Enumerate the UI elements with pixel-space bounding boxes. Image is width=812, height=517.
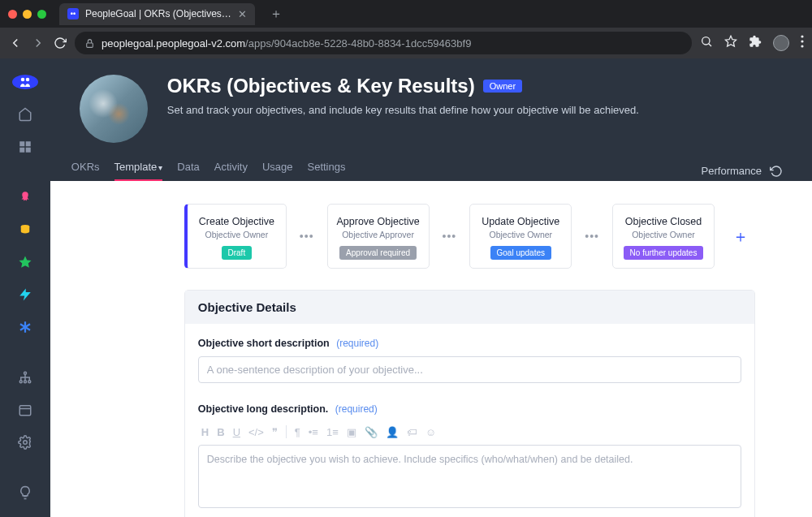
reload-button[interactable] (54, 37, 67, 50)
forward-button[interactable] (31, 36, 45, 50)
calendar-icon[interactable] (17, 403, 33, 417)
rich-text-toolbar: H B U </> ❞ ¶ •≡ 1≡ ▣ 📎 👤 🏷 (198, 424, 741, 440)
org-chart-icon[interactable] (17, 370, 33, 385)
window-controls[interactable] (8, 10, 46, 19)
kebab-menu-icon[interactable] (801, 35, 804, 51)
panel-title: Objective Details (185, 291, 754, 324)
stage-title: Objective Closed (618, 216, 709, 227)
back-button[interactable] (8, 36, 23, 50)
lightbulb-icon[interactable] (17, 485, 33, 500)
dashboard-icon[interactable] (17, 140, 33, 154)
app-header: OKRs (Objectives & Key Results) Owner Se… (50, 58, 812, 143)
stage-chip: Goal updates (490, 246, 552, 260)
coins-icon[interactable] (17, 222, 33, 237)
svg-point-25 (24, 441, 28, 445)
svg-point-4 (801, 35, 803, 37)
close-tab-icon[interactable]: ✕ (238, 8, 247, 20)
profile-avatar[interactable] (773, 35, 789, 51)
svg-marker-14 (19, 256, 31, 268)
bookmark-star-icon[interactable] (724, 35, 737, 51)
add-stage-button[interactable]: ＋ (726, 222, 755, 251)
svg-point-6 (801, 45, 803, 47)
quote-button[interactable]: ❞ (272, 426, 278, 438)
page-title: OKRs (Objectives & Key Results) (167, 75, 475, 97)
app-header-image (80, 75, 148, 143)
stage-subtitle: Objective Owner (192, 230, 281, 239)
emoji-button[interactable]: ☺ (425, 426, 436, 438)
attachment-button[interactable]: 📎 (365, 426, 378, 438)
svg-point-22 (28, 381, 31, 383)
image-button[interactable]: ▣ (347, 426, 356, 438)
left-rail (0, 58, 50, 517)
bold-button[interactable]: B (217, 426, 224, 438)
app-logo[interactable] (12, 75, 38, 89)
stage-chip: No further updates (624, 246, 704, 260)
stage-card[interactable]: Approve Objective Objective Approver App… (327, 204, 430, 269)
zoom-icon[interactable] (700, 35, 713, 51)
svg-marker-15 (19, 289, 31, 301)
svg-rect-11 (19, 148, 24, 153)
new-tab-button[interactable]: ＋ (265, 4, 287, 24)
long-description-label: Objective long description. (198, 403, 328, 415)
tab-template[interactable]: Template▾ (114, 161, 163, 181)
mention-button[interactable]: 👤 (386, 426, 399, 438)
bullet-list-button[interactable]: •≡ (309, 426, 318, 438)
svg-point-19 (24, 372, 26, 374)
stage-more-icon[interactable]: ••• (583, 230, 601, 243)
stage-more-icon[interactable]: ••• (441, 230, 459, 243)
heading-button[interactable]: H (201, 426, 209, 438)
tab-data[interactable]: Data (177, 161, 199, 181)
workflow-stages: Create Objective Objective Owner Draft •… (184, 204, 755, 269)
short-description-input[interactable] (198, 356, 741, 383)
page-subtitle: Set and track your objectives, and inclu… (167, 104, 639, 116)
gear-icon[interactable] (17, 435, 33, 450)
numbered-list-button[interactable]: 1≡ (326, 426, 339, 438)
minimize-window[interactable] (23, 10, 32, 19)
tab-settings[interactable]: Settings (307, 161, 345, 181)
svg-point-1 (702, 37, 710, 45)
tab-okrs[interactable]: OKRs (71, 161, 100, 181)
undo-icon[interactable] (770, 165, 783, 178)
close-window[interactable] (8, 10, 17, 19)
tab-usage[interactable]: Usage (262, 161, 293, 181)
home-icon[interactable] (17, 107, 33, 122)
long-description-input[interactable]: Describe the objective you wish to achie… (198, 445, 741, 508)
svg-point-21 (24, 381, 26, 383)
toolbar-separator (286, 425, 287, 438)
svg-line-2 (709, 44, 711, 46)
chevron-down-icon: ▾ (158, 163, 162, 172)
bolt-icon[interactable] (17, 287, 33, 302)
tag-button[interactable]: 🏷 (407, 426, 417, 438)
svg-rect-9 (19, 141, 24, 146)
url-text: peoplegoal.peoplegoal-v2.com/apps/904acb… (102, 37, 471, 50)
stage-card[interactable]: Objective Closed Objective Owner No furt… (612, 204, 715, 269)
stage-card[interactable]: Create Objective Objective Owner Draft (184, 204, 287, 269)
required-marker: (required) (336, 338, 378, 349)
tab-activity[interactable]: Activity (214, 161, 248, 181)
favicon: •• (67, 8, 79, 19)
svg-rect-0 (87, 42, 93, 46)
extensions-icon[interactable] (749, 35, 762, 51)
maximize-window[interactable] (37, 10, 46, 19)
svg-marker-3 (725, 36, 736, 46)
paragraph-button[interactable]: ¶ (295, 426, 300, 438)
stage-more-icon[interactable]: ••• (298, 230, 316, 243)
star-icon[interactable] (17, 255, 33, 269)
svg-point-20 (19, 381, 22, 383)
content-area: Create Objective Objective Owner Draft •… (50, 181, 812, 517)
objective-details-panel: Objective Details Objective short descri… (184, 290, 755, 517)
stage-card[interactable]: Update Objective Objective Owner Goal up… (469, 204, 572, 269)
code-button[interactable]: </> (248, 426, 264, 438)
address-bar[interactable]: peoplegoal.peoplegoal-v2.com/apps/904acb… (75, 32, 692, 54)
svg-point-8 (26, 78, 30, 82)
asterisk-icon[interactable] (17, 320, 33, 334)
browser-tab[interactable]: •• PeopleGoal | OKRs (Objectives… ✕ (59, 3, 255, 25)
underline-button[interactable]: U (233, 426, 240, 438)
svg-point-5 (801, 40, 803, 42)
performance-link[interactable]: Performance (702, 165, 762, 177)
svg-rect-10 (26, 141, 31, 146)
stage-title: Approve Objective (333, 216, 424, 227)
owner-badge: Owner (483, 80, 522, 93)
tab-title: PeopleGoal | OKRs (Objectives… (85, 8, 231, 19)
octopus-icon[interactable] (17, 190, 33, 205)
